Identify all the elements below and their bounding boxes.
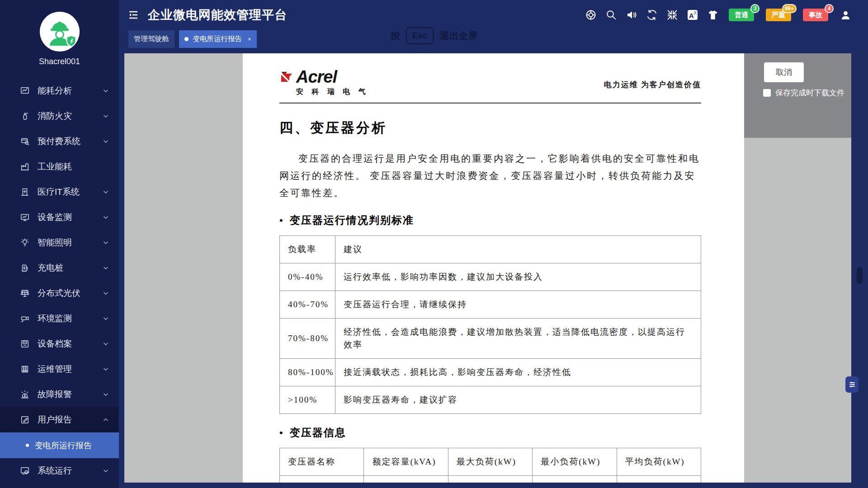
sidebar-item-label: 用户报告 [38, 414, 72, 426]
settings-fab-button[interactable] [845, 376, 859, 393]
chevron-down-icon [103, 315, 109, 322]
shirt-icon[interactable] [707, 9, 719, 21]
avatar[interactable] [40, 12, 80, 52]
active-dot-icon [184, 37, 189, 41]
table-cell: 经济性低，会造成电能浪费，建议增加散热装置，适当降低电流密度，以提高运行效率 [335, 319, 701, 359]
brand-name-cn: 安 科 瑞 电 气 [296, 87, 369, 97]
table-header-cell: 额定容量(kVA) [364, 448, 448, 476]
sidebar-item[interactable]: 预付费系统 [0, 129, 119, 154]
sidebar-item-label: 消防火灾 [38, 110, 72, 122]
subsection-info-title: 变压器信息 [279, 426, 701, 440]
alarm-button[interactable]: 事故4 [803, 9, 828, 21]
horizontal-scrollbar[interactable] [119, 483, 851, 488]
acrel-logo-icon [279, 70, 294, 84]
sidebar-item[interactable]: 工业能耗 [0, 154, 119, 179]
search-icon[interactable] [605, 9, 617, 21]
engineer-avatar-icon [40, 12, 80, 52]
sidebar-subitem-label: 变电所运行报告 [35, 440, 92, 451]
prepaid-card-icon [20, 136, 30, 146]
alarm-badge-row: 普通3严重99+事故4 [729, 9, 828, 21]
table-row: 40%-70%变压器运行合理，请继续保持 [280, 291, 701, 319]
header-actions: A文 普通3严重99+事故4 [585, 9, 851, 21]
tip-prefix: 按 [391, 29, 400, 42]
sidebar-item[interactable]: 设备监测 [0, 205, 119, 230]
tab-label: 变电所运行报告 [193, 34, 242, 44]
sidebar-item[interactable]: 环境监测 [0, 306, 119, 331]
sidebar-item[interactable]: 运维管理 [0, 357, 119, 382]
alarm-button[interactable]: 普通3 [729, 9, 754, 21]
sidebar-item[interactable]: 故障报警 [0, 382, 119, 407]
charging-pile-icon [20, 263, 30, 273]
brand-block: Acrel 安 科 瑞 电 气 [279, 69, 369, 97]
table-cell: 接近满载状态，损耗比高，影响变压器寿命，经济性低 [335, 359, 701, 386]
tab-bar: 管理驾驶舱 变电所运行报告 × [119, 30, 868, 53]
table-header-cell: 变压器名称 [280, 448, 364, 476]
chevron-down-icon [103, 88, 109, 94]
alarm-count-badge: 99+ [782, 4, 797, 13]
menu-fold-icon[interactable] [128, 9, 139, 20]
alarm-button[interactable]: 严重99+ [766, 9, 791, 21]
sidebar-item[interactable]: 能耗分析 [0, 78, 119, 103]
tab-dashboard[interactable]: 管理驾驶舱 [128, 30, 175, 48]
compress-icon[interactable] [666, 9, 678, 21]
chevron-down-icon [103, 341, 109, 347]
tab-close-icon[interactable]: × [248, 36, 251, 42]
user-icon[interactable] [840, 9, 851, 21]
report-header: Acrel 安 科 瑞 电 气 电力运维 为客户创造价值 [279, 69, 701, 97]
table-row [280, 476, 701, 483]
sidebar-item-label: 充电桩 [38, 262, 63, 274]
chevron-down-icon [103, 138, 109, 145]
table-header-row: 负载率建议 [280, 236, 701, 263]
download-checkbox[interactable] [763, 89, 771, 97]
table-header-row: 变压器名称额定容量(kVA)最大负荷(kW)最小负荷(kW)平均负荷(kW) [280, 448, 701, 476]
sidebar-item-label: 工业能耗 [38, 161, 72, 173]
sliders-icon [848, 380, 857, 389]
solar-panel-icon [20, 288, 30, 298]
speaker-icon[interactable] [626, 9, 637, 21]
bullet-icon [26, 444, 29, 447]
device-archive-icon [20, 339, 30, 349]
chevron-down-icon [103, 468, 109, 474]
sidebar-item[interactable]: 分布式光伏 [0, 281, 119, 306]
sidebar-item-label: 环境监测 [38, 313, 72, 324]
sidebar-item-label: 故障报警 [38, 389, 72, 400]
cancel-button[interactable]: 取消 [764, 62, 804, 82]
chevron-down-icon [103, 239, 109, 246]
table-cell: 影响变压器寿命，建议扩容 [335, 386, 701, 414]
info-table: 变压器名称额定容量(kVA)最大负荷(kW)最小负荷(kW)平均负荷(kW) [279, 448, 701, 483]
sidebar-item[interactable]: 设备档案 [0, 331, 119, 357]
download-option-row[interactable]: 保存完成时下载文件 [763, 88, 844, 98]
sidebar-item-label: 能耗分析 [38, 85, 72, 97]
fault-alarm-icon [20, 389, 30, 399]
sidebar-item[interactable]: 充电桩 [0, 255, 119, 281]
sidebar-item-label: 分布式光伏 [38, 287, 80, 299]
sidebar-item[interactable]: 消防火灾 [0, 103, 119, 129]
sidebar-item[interactable]: 智能照明 [0, 230, 119, 255]
page-title: 企业微电网能效管理平台 [148, 7, 287, 23]
sidebar-item-label: 运维管理 [38, 363, 72, 375]
chevron-down-icon [103, 366, 109, 372]
chevron-down-icon [103, 391, 109, 398]
table-cell: 70%-80% [280, 319, 335, 359]
table-cell: >100% [280, 386, 335, 414]
scrollbar-thumb[interactable] [857, 267, 863, 284]
username: Shacrel001 [0, 57, 119, 66]
hospital-icon [20, 187, 30, 197]
tab-label: 管理驾驶舱 [134, 34, 169, 44]
table-cell: 80%-100% [280, 359, 335, 386]
refresh-icon[interactable] [646, 9, 658, 21]
sidebar-item[interactable]: 用户报告 [0, 407, 119, 432]
table-cell [280, 476, 364, 483]
translate-icon[interactable]: A文 [687, 9, 698, 21]
env-camera-icon [20, 314, 30, 324]
sidebar-subitem-active-report[interactable]: 变电所运行报告 [0, 432, 119, 458]
tab-substation-report[interactable]: 变电所运行报告 × [179, 30, 257, 48]
vertical-scrollbar[interactable] [851, 50, 868, 488]
lightbulb-icon [20, 238, 30, 248]
sidebar-item[interactable]: 系统运行 [0, 458, 119, 483]
chevron-down-icon [103, 189, 109, 195]
sidebar-item[interactable]: 医疗IT系统 [0, 179, 119, 205]
table-header-cell: 平均负荷(kW) [617, 448, 701, 476]
table-cell [617, 476, 701, 483]
lifebuoy-icon[interactable] [585, 9, 597, 21]
